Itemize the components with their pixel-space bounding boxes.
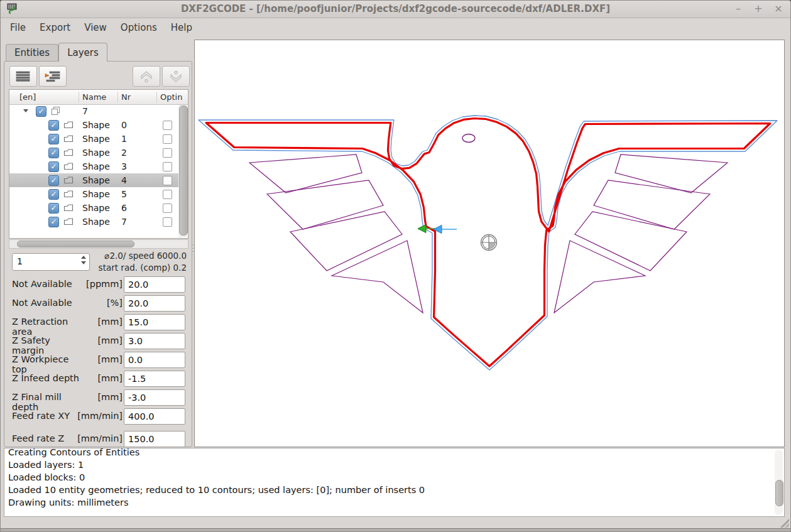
log-line-4: Drawing units: millimeters (8, 496, 780, 509)
tab-entities[interactable]: Entities (6, 44, 58, 62)
maximize-button[interactable]: + (753, 3, 764, 15)
param-input[interactable] (124, 408, 185, 425)
shape-checkbox[interactable]: ✓ (48, 134, 59, 144)
log-vertical-scrollbar[interactable] (775, 450, 783, 515)
log-lines: Creating Contours of EntitiesLoaded laye… (4, 448, 784, 509)
optimal-checkbox[interactable] (163, 162, 172, 171)
menu-item-file[interactable]: File (3, 20, 33, 35)
tree-row-shape-4[interactable]: ✓Shape4 (9, 173, 188, 187)
param-label: Z Infeed depth (12, 373, 80, 383)
param-unit: [mm] (97, 392, 123, 402)
message-log[interactable]: Creating Contours of EntitiesLoaded laye… (4, 448, 785, 517)
shape-checkbox[interactable]: ✓ (48, 148, 59, 158)
move-down-button[interactable] (162, 66, 190, 87)
close-button[interactable]: × (773, 3, 784, 15)
menu-item-export[interactable]: Export (33, 20, 77, 35)
expander-icon[interactable] (23, 109, 28, 112)
tree-row-layer[interactable]: ✓7 (9, 104, 188, 118)
window-title: DXF2GCODE - [/home/poofjunior/Projects/d… (1, 3, 790, 14)
shape-nr: 7 (121, 217, 127, 227)
tree-horizontal-scrollbar[interactable] (9, 239, 188, 249)
tree-row-shape-7[interactable]: ✓Shape7 (9, 215, 188, 229)
drawing-canvas[interactable] (194, 40, 785, 447)
param-label: Feed rate XY (12, 411, 80, 421)
optimal-checkbox[interactable] (163, 190, 172, 199)
tree-row-shape-3[interactable]: ✓Shape3 (9, 160, 188, 173)
move-down-icon (169, 70, 183, 83)
optimal-checkbox[interactable] (163, 204, 172, 213)
optimal-checkbox[interactable] (163, 176, 172, 185)
shape-checkbox[interactable]: ✓ (48, 189, 59, 200)
shape-checkbox[interactable]: ✓ (48, 217, 59, 227)
optimal-checkbox[interactable] (163, 148, 172, 158)
column-header-3[interactable]: Optin (160, 92, 182, 102)
param-unit: [mm] (97, 354, 123, 364)
scrollbar-thumb[interactable] (775, 480, 783, 506)
menu-bar: FileExportViewOptionsHelp (1, 18, 790, 36)
tree-header[interactable]: [en]NameNrOptin (9, 90, 188, 105)
eye-contour (462, 134, 475, 143)
spinner-down-icon[interactable] (81, 261, 86, 264)
tree-row-shape-1[interactable]: ✓Shape1 (9, 132, 188, 146)
expand-all-icon (45, 71, 61, 82)
layers-tree[interactable]: [en]NameNrOptin ✓7✓Shape0✓Shape1✓Shape2✓… (9, 89, 188, 239)
param-input[interactable] (124, 371, 185, 387)
optimal-checkbox[interactable] (163, 121, 172, 130)
menu-item-help[interactable]: Help (164, 20, 199, 35)
tab-layers[interactable]: Layers (58, 43, 107, 62)
shape-name: Shape (82, 189, 110, 199)
shape-checkbox[interactable]: ✓ (48, 203, 59, 214)
shape-checkbox[interactable]: ✓ (48, 161, 59, 172)
layer-checkbox[interactable]: ✓ (36, 106, 46, 117)
window-bottom-edge (1, 528, 790, 531)
param-input[interactable] (124, 333, 185, 349)
tree-row-shape-0[interactable]: ✓Shape0 (9, 118, 188, 132)
param-row-4: Z Workpiece top[mm] (9, 352, 188, 371)
shape-nr: 2 (121, 148, 127, 158)
param-input[interactable] (124, 352, 185, 368)
shape-name: Shape (82, 203, 110, 213)
move-up-button[interactable] (133, 66, 160, 87)
log-line-2: Loaded blocks: 0 (8, 471, 780, 484)
tree-vertical-scrollbar[interactable] (178, 105, 187, 237)
expand-all-button[interactable] (39, 66, 67, 87)
menu-item-options[interactable]: Options (114, 20, 164, 35)
param-unit: [%] (107, 298, 123, 308)
param-unit: [mm] (97, 373, 123, 383)
title-bar[interactable]: DXF2GCODE - [/home/poofjunior/Projects/d… (1, 1, 790, 18)
optimal-checkbox[interactable] (163, 134, 172, 144)
param-input[interactable] (124, 389, 185, 406)
feather-contour-left-0 (249, 155, 362, 193)
tree-row-shape-5[interactable]: ✓Shape5 (9, 187, 188, 201)
param-input[interactable] (124, 276, 185, 293)
feather-contour-right-1 (594, 180, 710, 229)
window-resize-grip[interactable] (780, 518, 789, 528)
feather-contour-left-2 (290, 212, 402, 271)
spinner-up-icon[interactable] (81, 256, 86, 259)
shape-name: Shape (82, 175, 110, 185)
optimal-checkbox[interactable] (163, 217, 172, 227)
minimize-button[interactable]: – (733, 3, 744, 15)
scrollbar-thumb[interactable] (179, 106, 188, 236)
param-input[interactable] (124, 295, 185, 312)
param-input[interactable] (124, 431, 185, 447)
shape-checkbox[interactable]: ✓ (48, 175, 59, 186)
tree-body: ✓7✓Shape0✓Shape1✓Shape2✓Shape3✓Shape4✓Sh… (9, 104, 188, 238)
feather-contour-left-1 (267, 180, 383, 229)
shape-number-spinner[interactable]: 1 (12, 253, 90, 271)
param-input[interactable] (124, 314, 185, 330)
shape-nr: 6 (121, 203, 127, 213)
param-row-0: Not Available[ppmm] (9, 276, 188, 295)
shape-checkbox[interactable]: ✓ (48, 120, 59, 131)
column-header-2[interactable]: Nr (121, 92, 131, 102)
collapse-all-button[interactable] (9, 66, 37, 87)
tree-row-shape-2[interactable]: ✓Shape2 (9, 146, 188, 160)
menu-item-view[interactable]: View (77, 20, 114, 35)
tree-row-shape-6[interactable]: ✓Shape6 (9, 201, 188, 215)
column-header-1[interactable]: Name (82, 92, 106, 102)
feather-contour-right-2 (575, 212, 687, 271)
param-row-5: Z Infeed depth[mm] (9, 371, 188, 389)
column-header-0[interactable]: [en] (19, 92, 36, 102)
log-line-3: Loaded 10 entity geometries; reduced to … (8, 484, 780, 496)
scrollbar-thumb[interactable] (17, 241, 134, 247)
